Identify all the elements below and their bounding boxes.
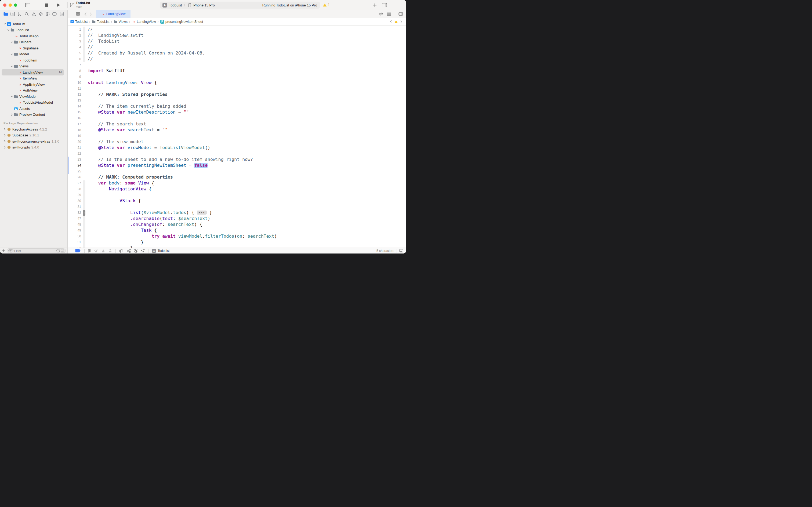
code-line-47[interactable]: 47 .searchable(text: $searchText) — [68, 216, 406, 222]
stop-button[interactable] — [43, 2, 50, 9]
line-number[interactable]: 52 — [68, 246, 81, 247]
line-number[interactable]: 17 — [68, 122, 81, 126]
code-line-3[interactable]: 3// TodoList — [68, 39, 406, 44]
line-number[interactable]: 51 — [68, 240, 81, 244]
related-items-icon[interactable] — [379, 12, 384, 16]
line-number[interactable]: 10 — [68, 81, 81, 84]
line-number[interactable]: 20 — [68, 140, 81, 144]
tree-row-appentryview[interactable]: AppEntryView — [0, 81, 67, 88]
editor-options-icon[interactable] — [387, 12, 391, 16]
code-line-14[interactable]: 14 // The item currently being added — [68, 103, 406, 109]
chevron-closed-icon[interactable] — [3, 134, 6, 137]
tree-row-todolistapp[interactable]: TodoListApp — [0, 33, 67, 39]
source-control-navigator-icon[interactable] — [10, 11, 15, 17]
filter-field[interactable] — [7, 248, 66, 253]
bookmark-navigator-icon[interactable] — [17, 11, 22, 17]
scheme-selector[interactable]: TodoList 〉 iPhone 15 Pro Running TodoLis… — [160, 2, 320, 9]
debug-memory-graph-button[interactable] — [127, 249, 131, 253]
line-number[interactable]: 29 — [68, 193, 81, 197]
code-line-13[interactable]: 13 — [68, 98, 406, 103]
breadcrumb-item-todolist[interactable]: TodoList — [92, 20, 110, 23]
breadcrumb-item-todolist[interactable]: TodoList — [70, 20, 88, 23]
source-control-change-bar[interactable] — [68, 157, 68, 174]
code-line-29[interactable]: 29 — [68, 192, 406, 198]
code-line-51[interactable]: 51 } — [68, 239, 406, 245]
code-line-10[interactable]: 10struct LandingView: View { — [68, 80, 406, 86]
chevron-open-icon[interactable] — [10, 41, 13, 44]
step-into-button[interactable] — [102, 249, 105, 252]
run-button[interactable] — [55, 2, 62, 9]
code-line-50[interactable]: 50 try await viewModel.filterTodos(on: s… — [68, 233, 406, 239]
chevron-open-icon[interactable] — [6, 29, 10, 32]
tree-row-assets[interactable]: Assets — [0, 106, 67, 112]
code-line-26[interactable]: 26 // MARK: Computed properties — [68, 174, 406, 180]
add-button[interactable] — [371, 2, 378, 9]
tree-row-todolist[interactable]: TodoList — [0, 21, 67, 27]
line-number[interactable]: 27 — [68, 181, 81, 185]
tree-row-preview-content[interactable]: Preview Content — [0, 112, 67, 118]
chevron-closed-icon[interactable] — [3, 146, 6, 149]
line-number[interactable]: 50 — [68, 234, 81, 238]
line-number[interactable]: 8 — [68, 69, 81, 73]
fold-collapsed-marker[interactable] — [83, 210, 85, 216]
code-line-4[interactable]: 4// — [68, 44, 406, 50]
previous-issue-icon[interactable] — [390, 20, 392, 23]
line-number[interactable]: 23 — [68, 158, 81, 161]
code-line-30[interactable]: 30 VStack { — [68, 198, 406, 204]
code-line-12[interactable]: 12 // MARK: Stored properties — [68, 92, 406, 98]
line-number[interactable]: 30 — [68, 199, 81, 203]
line-number[interactable]: 12 — [68, 93, 81, 97]
code-line-25[interactable]: 25 — [68, 168, 406, 174]
tree-row-viewmodel[interactable]: ViewModel — [0, 94, 67, 100]
package-row-swift-crypto[interactable]: swift-crypto3.4.0 — [0, 145, 67, 151]
chevron-open-icon[interactable] — [10, 65, 13, 68]
forward-button[interactable] — [90, 12, 92, 16]
code-line-17[interactable]: 17 // The search text — [68, 121, 406, 127]
folded-code-pill[interactable]: ••• — [197, 211, 207, 215]
add-editor-icon[interactable] — [399, 12, 403, 16]
issue-warning-icon[interactable] — [394, 20, 398, 23]
next-issue-icon[interactable] — [400, 20, 402, 23]
debug-view-hierarchy-button[interactable] — [119, 249, 123, 253]
code-line-9[interactable]: 9 — [68, 74, 406, 80]
tree-row-landingview[interactable]: LandingViewM — [2, 69, 64, 75]
code-line-28[interactable]: 28 NavigationView { — [68, 186, 406, 192]
code-line-16[interactable]: 16 — [68, 115, 406, 121]
step-out-button[interactable] — [109, 249, 112, 252]
chevron-open-icon[interactable] — [10, 53, 13, 56]
simulate-location-button[interactable] — [141, 249, 145, 253]
code-line-32[interactable]: 32 List($viewModel.todos) { ••• } — [68, 210, 406, 216]
breakpoints-toggle-button[interactable] — [75, 249, 81, 252]
line-number[interactable]: 32 — [68, 211, 81, 215]
breadcrumb-item-views[interactable]: Views — [114, 20, 127, 23]
tree-row-helpers[interactable]: Helpers — [0, 39, 67, 45]
line-number[interactable]: 14 — [68, 105, 81, 108]
branch-info[interactable]: TodoList main — [70, 1, 90, 9]
filter-input[interactable] — [14, 249, 56, 252]
source-editor[interactable]: 1//2// LandingView.swift3// TodoList4//5… — [68, 25, 406, 247]
line-number[interactable]: 31 — [68, 205, 81, 209]
tree-row-supabase[interactable]: Supabase — [0, 45, 67, 51]
toggle-navigator-button[interactable] — [24, 2, 31, 9]
back-button[interactable] — [84, 12, 86, 16]
chevron-closed-icon[interactable] — [3, 140, 6, 143]
line-number[interactable]: 48 — [68, 223, 81, 226]
line-number[interactable]: 49 — [68, 229, 81, 232]
breadcrumb-item-presentingnewitemsheet[interactable]: presentingNewItemSheet — [160, 19, 203, 23]
line-number[interactable]: 24 — [68, 164, 81, 167]
package-row-keychainaccess[interactable]: KeychainAccess4.2.2 — [0, 126, 67, 132]
code-line-1[interactable]: 1// — [68, 26, 406, 33]
line-number[interactable]: 16 — [68, 116, 81, 120]
code-line-18[interactable]: 18 @State var searchText = "" — [68, 127, 406, 133]
line-number[interactable]: 3 — [68, 40, 81, 43]
tab-overview-icon[interactable] — [75, 11, 80, 17]
scheme-device-label[interactable]: iPhone 15 Pro — [192, 3, 215, 7]
code-line-27[interactable]: 27 var body: some View { — [68, 180, 406, 186]
code-line-19[interactable]: 19 — [68, 133, 406, 139]
chevron-closed-icon[interactable] — [3, 128, 6, 130]
line-number[interactable]: 47 — [68, 217, 81, 220]
minimize-button[interactable] — [9, 3, 12, 7]
code-line-8[interactable]: 8import SwiftUI — [68, 68, 406, 74]
tree-row-todoitem[interactable]: TodoItem — [0, 57, 67, 63]
chevron-closed-icon[interactable] — [10, 113, 13, 116]
